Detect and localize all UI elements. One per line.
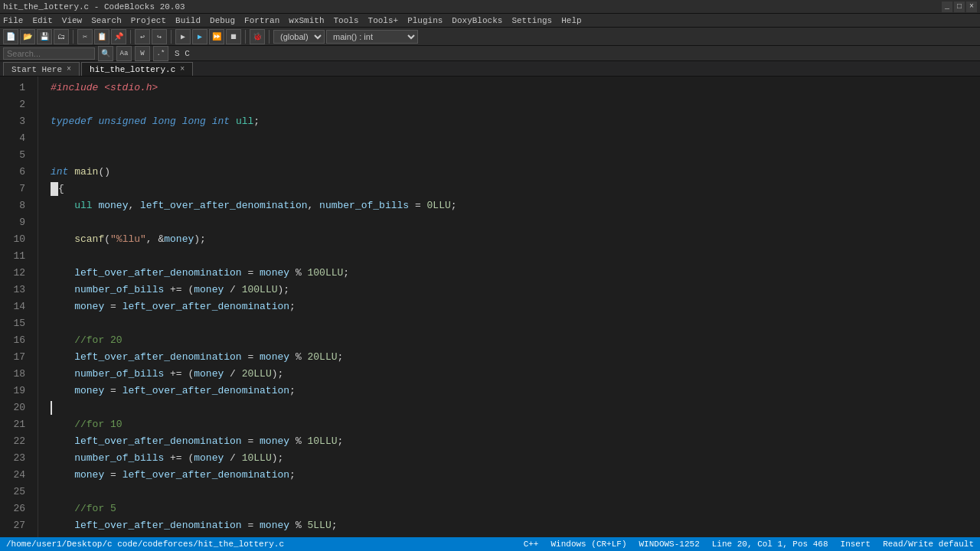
status-state: Read/Write default bbox=[883, 540, 974, 549]
match-case-btn[interactable]: Aa bbox=[116, 46, 132, 61]
paste-button[interactable]: 📌 bbox=[111, 29, 126, 44]
menu-item-wxsmith[interactable]: wxSmith bbox=[289, 16, 324, 25]
token-plain: , & bbox=[146, 231, 164, 248]
toolbar: 📄 📂 💾 🗂 ✂ 📋 📌 ↩ ↪ ▶ ▶ ⏩ ⏹ 🐞 (global) mai… bbox=[0, 28, 980, 46]
token-plain: ( bbox=[104, 231, 110, 248]
scope-combo[interactable]: (global) bbox=[273, 30, 325, 44]
menu-item-build[interactable]: Build bbox=[175, 16, 201, 25]
tab-hit_the_lottery_c[interactable]: hit_the_lottery.c× bbox=[81, 62, 193, 76]
whole-word-btn[interactable]: W bbox=[135, 46, 150, 61]
token-plain bbox=[51, 383, 74, 399]
menu-item-project[interactable]: Project bbox=[131, 16, 166, 25]
menubar: FileEditViewSearchProjectBuildDebugFortr… bbox=[0, 14, 980, 28]
run-button[interactable]: ▶ bbox=[192, 29, 207, 44]
line-number-1: 1 bbox=[0, 80, 31, 96]
tab-start_here[interactable]: Start Here× bbox=[3, 62, 80, 76]
token-var: left_over_after_denomination bbox=[74, 349, 241, 366]
tab-close-icon[interactable]: × bbox=[67, 65, 71, 73]
redo-button[interactable]: ↪ bbox=[152, 29, 167, 44]
line-number-5: 5 bbox=[0, 147, 31, 164]
undo-button[interactable]: ↩ bbox=[135, 29, 150, 44]
stop-button[interactable]: ⏹ bbox=[226, 29, 241, 44]
token-plain bbox=[146, 113, 152, 130]
save-button[interactable]: 💾 bbox=[37, 29, 52, 44]
search-input[interactable] bbox=[3, 47, 95, 60]
token-number: 5LLU bbox=[307, 517, 331, 534]
line-number-6: 6 bbox=[0, 164, 31, 181]
line-number-26: 26 bbox=[0, 500, 31, 517]
token-plain bbox=[230, 113, 236, 130]
open-button[interactable]: 📂 bbox=[20, 29, 35, 44]
token-plain bbox=[51, 298, 74, 315]
token-ull: ull bbox=[236, 113, 253, 130]
tabbar: Start Here×hit_the_lottery.c× bbox=[0, 61, 980, 77]
copy-button[interactable]: 📋 bbox=[94, 29, 109, 44]
code-line-26: //for 5 bbox=[51, 500, 980, 517]
menu-item-view[interactable]: View bbox=[62, 16, 82, 25]
menu-item-settings[interactable]: Settings bbox=[511, 16, 552, 25]
menu-item-doxyblocks[interactable]: DoxyBlocks bbox=[452, 16, 502, 25]
save-all-button[interactable]: 🗂 bbox=[54, 29, 69, 44]
token-plain: ; bbox=[253, 113, 260, 130]
line-number-14: 14 bbox=[0, 298, 31, 315]
menu-item-tools+[interactable]: Tools+ bbox=[368, 16, 399, 25]
regex-btn[interactable]: .* bbox=[153, 46, 168, 61]
menu-item-plugins[interactable]: Plugins bbox=[407, 16, 443, 25]
line-number-16: 16 bbox=[0, 332, 31, 349]
line-number-9: 9 bbox=[0, 214, 31, 231]
token-plain: / bbox=[224, 450, 241, 467]
menu-item-tools[interactable]: Tools bbox=[334, 16, 359, 25]
token-plain: = bbox=[104, 383, 122, 399]
code-line-22: left_over_after_denomination = money % 1… bbox=[51, 433, 980, 450]
maximize-button[interactable]: □ bbox=[954, 2, 965, 12]
new-button[interactable]: 📄 bbox=[3, 29, 18, 44]
line-number-3: 3 bbox=[0, 113, 31, 130]
menu-item-debug[interactable]: Debug bbox=[210, 16, 235, 25]
menu-item-help[interactable]: Help bbox=[561, 16, 581, 25]
build-run-button[interactable]: ⏩ bbox=[209, 29, 224, 44]
window-controls: _ □ × bbox=[942, 2, 977, 12]
code-line-25 bbox=[51, 484, 980, 500]
cursor-block bbox=[51, 182, 58, 196]
code-line-18: number_of_bills += (money / 20LLU); bbox=[51, 366, 980, 383]
menu-item-file[interactable]: File bbox=[3, 16, 23, 25]
line-numbers: 1234567891011121314151617181920212223242… bbox=[0, 77, 38, 537]
function-combo[interactable]: main() : int bbox=[326, 30, 418, 44]
token-kw-type: long bbox=[182, 113, 206, 130]
token-var: left_over_after_denomination bbox=[122, 383, 289, 399]
token-var: number_of_bills bbox=[74, 366, 164, 383]
code-line-13: number_of_bills += (money / 100LLU); bbox=[51, 282, 980, 298]
window-title: hit_the_lottery.c - CodeBlocks 20.03 bbox=[3, 2, 185, 11]
debug-button[interactable]: 🐞 bbox=[250, 29, 265, 44]
menu-item-search[interactable]: Search bbox=[91, 16, 122, 25]
token-plain: ); bbox=[272, 450, 284, 467]
cut-button[interactable]: ✂ bbox=[77, 29, 93, 44]
minimize-button[interactable]: _ bbox=[942, 2, 952, 12]
token-number: 100LLU bbox=[307, 265, 343, 282]
code-line-24: money = left_over_after_denomination; bbox=[51, 467, 980, 484]
code-line-7: { bbox=[51, 181, 980, 197]
token-kw-type: int bbox=[51, 164, 68, 181]
token-var: left_over_after_denomination bbox=[74, 517, 241, 534]
statusbar: /home/user1/Desktop/c code/codeforces/hi… bbox=[0, 537, 980, 551]
close-button[interactable]: × bbox=[966, 2, 977, 12]
code-line-6: int main() bbox=[51, 164, 980, 181]
token-plain: += ( bbox=[164, 366, 194, 383]
token-var: left_over_after_denomination bbox=[122, 467, 289, 484]
line-number-20: 20 bbox=[0, 399, 31, 416]
token-number: 20LLU bbox=[307, 349, 337, 366]
search-btn[interactable]: 🔍 bbox=[98, 46, 113, 61]
token-plain: += ( bbox=[164, 450, 194, 467]
build-button[interactable]: ▶ bbox=[175, 29, 191, 44]
token-func: scanf bbox=[74, 231, 104, 248]
tab-close-icon[interactable]: × bbox=[180, 65, 185, 73]
token-plain bbox=[51, 433, 74, 450]
token-func: main bbox=[74, 164, 98, 181]
token-var: left_over_after_denomination bbox=[74, 433, 241, 450]
token-var: money bbox=[260, 265, 289, 282]
code-area[interactable]: #include <stdio.h>typedef unsigned long … bbox=[38, 77, 980, 537]
code-line-20 bbox=[51, 399, 980, 416]
code-line-11 bbox=[51, 248, 980, 265]
menu-item-fortran[interactable]: Fortran bbox=[244, 16, 279, 25]
menu-item-edit[interactable]: Edit bbox=[32, 16, 52, 25]
